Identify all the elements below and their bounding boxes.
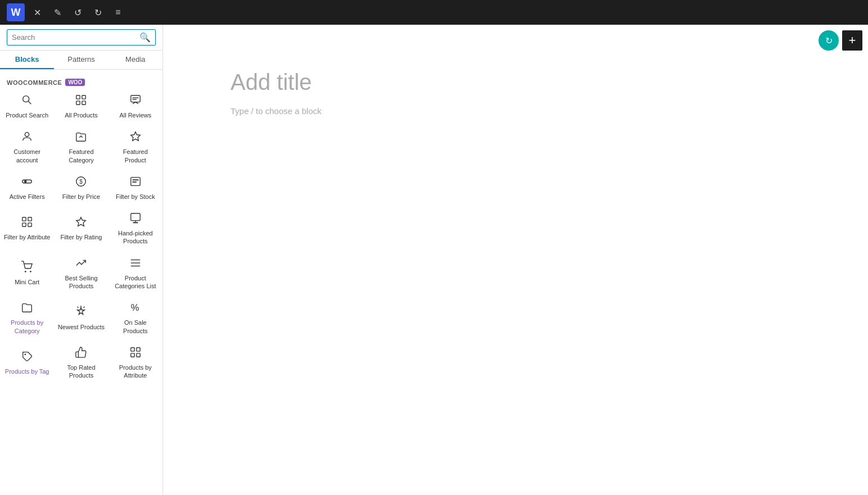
block-all-products[interactable]: All Products (54, 88, 108, 125)
block-all-reviews-label: All Reviews (119, 111, 151, 119)
svg-rect-38 (131, 353, 134, 357)
tab-patterns[interactable]: Patterns (54, 51, 108, 69)
tab-media[interactable]: Media (108, 51, 162, 69)
svg-rect-20 (22, 223, 26, 226)
svg-rect-4 (76, 101, 80, 105)
svg-point-26 (25, 271, 26, 273)
best-selling-products-icon (75, 257, 87, 271)
active-filters-icon (21, 175, 33, 190)
block-hint[interactable]: Type / to choose a block (230, 106, 602, 116)
block-featured-category[interactable]: Featured Category (54, 125, 108, 170)
svg-text:%: % (131, 303, 139, 313)
page-title-input[interactable]: Add title (230, 70, 602, 95)
svg-rect-21 (28, 223, 31, 226)
block-newest-products[interactable]: Newest Products (54, 296, 108, 340)
svg-line-1 (28, 101, 31, 104)
svg-rect-16 (132, 179, 138, 180)
editor-content: Add title Type / to choose a block (163, 25, 669, 161)
svg-rect-6 (131, 96, 141, 102)
block-featured-product[interactable]: Featured Product (108, 125, 162, 170)
menu-icon: ≡ (115, 7, 120, 17)
block-product-search-label: Product Search (6, 111, 48, 119)
block-filter-by-price[interactable]: $ Filter by Price (54, 170, 108, 206)
featured-product-icon (129, 130, 142, 145)
newest-products-icon (75, 306, 87, 320)
block-customer-account-label: Customer account (3, 148, 51, 164)
blocks-grid: Product Search All Products All Reviews (0, 88, 162, 385)
block-products-by-tag[interactable]: Products by Tag (0, 340, 54, 385)
svg-marker-10 (131, 132, 141, 141)
svg-rect-5 (82, 101, 85, 105)
product-search-icon (21, 94, 33, 108)
block-all-products-label: All Products (65, 111, 98, 119)
block-top-rated-products-label: Top Rated Products (57, 364, 105, 380)
redo-icon: ↻ (94, 7, 102, 18)
block-featured-product-label: Featured Product (112, 148, 159, 164)
block-top-rated-products[interactable]: Top Rated Products (54, 340, 108, 385)
block-list: WOOCOMMERCE WOO Product Search Al (0, 70, 162, 495)
on-sale-products-icon: % (129, 301, 142, 316)
search-area: 🔍 (0, 25, 162, 51)
close-button[interactable]: ✕ (29, 4, 45, 20)
svg-rect-39 (137, 353, 140, 357)
block-active-filters-label: Active Filters (10, 193, 45, 201)
svg-rect-19 (28, 217, 31, 221)
block-customer-account[interactable]: Customer account (0, 125, 54, 170)
svg-rect-36 (131, 348, 134, 351)
block-all-reviews[interactable]: All Reviews (108, 88, 162, 125)
tab-blocks[interactable]: Blocks (0, 51, 54, 69)
editor-topbar: ↻ + (819, 30, 862, 51)
svg-rect-2 (76, 96, 80, 99)
wp-logo-button[interactable]: W (7, 3, 25, 21)
block-product-categories-list[interactable]: Product Categories List (108, 251, 162, 296)
svg-point-27 (30, 271, 31, 273)
block-products-by-category[interactable]: Products by Category (0, 296, 54, 340)
search-button[interactable]: 🔍 (139, 32, 151, 43)
add-block-button[interactable]: + (842, 30, 862, 51)
hand-picked-products-icon (129, 212, 142, 226)
search-icon: 🔍 (139, 33, 151, 42)
svg-text:$: $ (80, 179, 83, 185)
block-filter-by-rating[interactable]: Filter by Rating (54, 206, 108, 251)
block-hand-picked-products[interactable]: Hand-picked Products (108, 206, 162, 251)
woo-badge: WOO (65, 79, 85, 86)
svg-point-12 (24, 180, 27, 183)
block-filter-by-stock[interactable]: Filter by Stock (108, 170, 162, 206)
menu-button[interactable]: ≡ (110, 4, 126, 20)
svg-marker-22 (76, 217, 86, 226)
block-on-sale-products-label: On Sale Products (112, 319, 159, 335)
products-by-tag-icon (21, 350, 33, 365)
edit-button[interactable]: ✎ (49, 4, 65, 20)
toolbar: W ✕ ✎ ↺ ↻ ≡ (0, 0, 868, 25)
plus-icon: + (849, 33, 856, 48)
block-active-filters[interactable]: Active Filters (0, 170, 54, 206)
user-avatar-button[interactable]: ↻ (819, 30, 839, 51)
block-products-by-attribute[interactable]: Products by Attribute (108, 340, 162, 385)
block-products-by-tag-label: Products by Tag (5, 367, 49, 375)
filter-by-attribute-icon (21, 216, 33, 230)
svg-point-0 (23, 96, 29, 102)
editor-area: ↻ + Add title Type / to choose a block (163, 25, 868, 495)
filter-by-price-icon: $ (75, 175, 87, 190)
filter-by-stock-icon (129, 175, 142, 190)
main-layout: 🔍 Blocks Patterns Media WOOCOMMERCE WOO (0, 25, 868, 495)
search-input[interactable] (12, 33, 139, 42)
featured-category-icon (75, 130, 87, 145)
svg-point-35 (25, 354, 26, 356)
block-product-search[interactable]: Product Search (0, 88, 54, 125)
block-products-by-category-label: Products by Category (3, 319, 51, 335)
svg-rect-17 (132, 181, 136, 183)
block-on-sale-products[interactable]: % On Sale Products (108, 296, 162, 340)
customer-account-icon (21, 130, 33, 145)
block-filter-by-rating-label: Filter by Rating (61, 233, 102, 241)
redo-button[interactable]: ↻ (90, 4, 106, 20)
block-mini-cart[interactable]: Mini Cart (0, 251, 54, 296)
all-products-icon (75, 94, 87, 108)
block-best-selling-products[interactable]: Best Selling Products (54, 251, 108, 296)
block-featured-category-label: Featured Category (57, 148, 105, 164)
block-filter-by-stock-label: Filter by Stock (116, 193, 155, 201)
block-filter-by-attribute[interactable]: Filter by Attribute (0, 206, 54, 251)
svg-rect-18 (22, 217, 26, 221)
edit-icon: ✎ (54, 7, 61, 18)
undo-button[interactable]: ↺ (70, 4, 85, 20)
